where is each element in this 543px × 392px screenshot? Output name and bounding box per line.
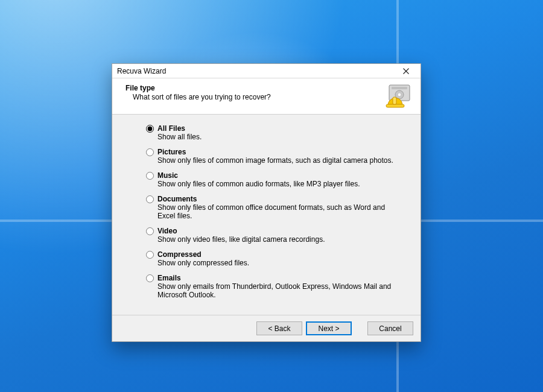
option-label: Video	[157, 227, 325, 235]
svg-rect-6	[386, 104, 404, 107]
svg-rect-7	[393, 97, 396, 104]
option-desc: Show only files of common audio formats,…	[157, 180, 360, 188]
header-title: File type	[125, 84, 386, 92]
option-desc: Show only compressed files.	[157, 259, 249, 267]
option-pictures[interactable]: Pictures Show only files of common image…	[146, 148, 402, 165]
window-title: Recuva Wizard	[117, 67, 394, 75]
option-desc: Show only files of common image formats,…	[157, 156, 393, 165]
option-desc: Show only files of common office documen…	[157, 203, 399, 220]
wizard-body: All Files Show all files. Pictures Show …	[112, 115, 421, 315]
option-label: Pictures	[157, 148, 393, 156]
svg-point-5	[398, 93, 401, 96]
recuva-wizard-dialog: Recuva Wizard File type What sort of fil…	[112, 63, 421, 342]
close-icon	[403, 68, 409, 74]
radio-compressed[interactable]	[146, 251, 154, 259]
option-desc: Show only emails from Thunderbird, Outlo…	[157, 282, 399, 299]
file-type-options: All Files Show all files. Pictures Show …	[146, 124, 402, 299]
back-button[interactable]: < Back	[256, 321, 302, 335]
option-documents[interactable]: Documents Show only files of common offi…	[146, 195, 402, 220]
option-all-files[interactable]: All Files Show all files.	[146, 124, 402, 141]
svg-rect-3	[392, 87, 407, 89]
option-emails[interactable]: Emails Show only emails from Thunderbird…	[146, 274, 402, 299]
option-label: Music	[157, 171, 360, 180]
next-button[interactable]: Next >	[306, 321, 352, 335]
option-video[interactable]: Video Show only video files, like digita…	[146, 227, 402, 244]
radio-documents[interactable]	[146, 195, 154, 203]
radio-emails[interactable]	[146, 274, 154, 282]
option-label: Compressed	[157, 250, 249, 259]
radio-all-files[interactable]	[146, 125, 154, 133]
titlebar: Recuva Wizard	[112, 64, 421, 78]
radio-pictures[interactable]	[146, 148, 154, 156]
option-desc: Show only video files, like digital came…	[157, 235, 325, 244]
wizard-footer: < Back Next > Cancel	[112, 315, 421, 341]
option-music[interactable]: Music Show only files of common audio fo…	[146, 171, 402, 188]
close-button[interactable]	[394, 65, 418, 78]
option-label: Documents	[157, 195, 399, 203]
option-compressed[interactable]: Compressed Show only compressed files.	[146, 250, 402, 267]
option-label: All Files	[157, 124, 202, 133]
radio-music[interactable]	[146, 172, 154, 180]
radio-video[interactable]	[146, 227, 154, 235]
option-desc: Show all files.	[157, 133, 202, 141]
option-label: Emails	[157, 274, 399, 282]
cancel-button[interactable]: Cancel	[367, 321, 413, 335]
header-subtitle: What sort of files are you trying to rec…	[133, 93, 386, 101]
recuva-logo-icon	[386, 84, 412, 108]
wizard-header: File type What sort of files are you try…	[112, 78, 421, 115]
